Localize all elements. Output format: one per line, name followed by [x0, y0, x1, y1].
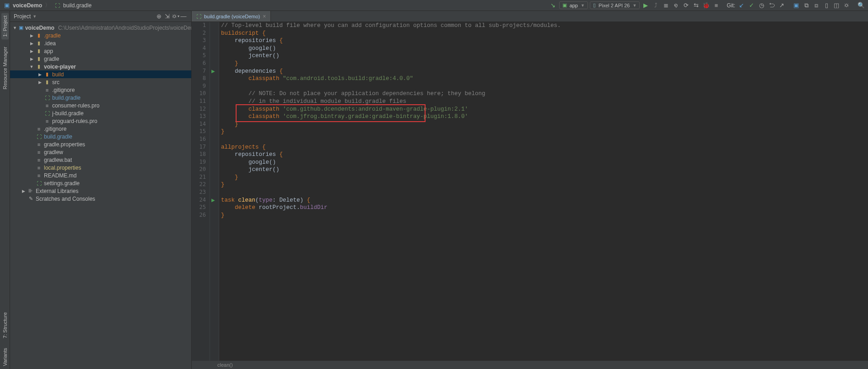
tool-tab-project[interactable]: 1: Project [1, 13, 9, 39]
tree-item[interactable]: ▶≡consumer-rules.pro [10, 102, 191, 109]
tool-tab-resource-manager[interactable]: Resource Manager [1, 44, 9, 92]
tool-tab-structure[interactable]: 7: Structure [1, 310, 9, 341]
tree-item[interactable]: ▶≡.gitignore [10, 86, 191, 94]
project-tree[interactable]: ▼ ▣ voiceDemo C:\Users\Administrator\And… [10, 22, 191, 369]
layout-inspector-icon[interactable]: ⧈ [812, 1, 820, 10]
breadcrumb-project[interactable]: voiceDemo [13, 2, 42, 9]
tree-item[interactable]: ▶▮app [10, 47, 191, 55]
sync-icon[interactable]: ↘ [549, 1, 557, 10]
git-history-icon[interactable]: ◷ [757, 1, 766, 10]
tree-item[interactable]: ▶⊪External Libraries [10, 187, 191, 195]
code-line[interactable]: } [221, 128, 868, 136]
code-line[interactable]: jcenter() [221, 166, 868, 174]
resource-manager-icon[interactable]: ◫ [832, 1, 841, 10]
code-line[interactable]: repositories { [221, 37, 868, 45]
code-line[interactable] [221, 136, 868, 144]
gear-icon[interactable]: ⛭▾ [171, 12, 179, 21]
code-line[interactable]: } [221, 212, 868, 219]
git-update-icon[interactable]: ↙ [737, 1, 745, 10]
run-config-app[interactable]: ▣ app ▼ [559, 1, 588, 9]
tree-item[interactable]: ▶⛶build.gradle [10, 133, 191, 140]
chevron-down-icon[interactable]: ▼ [29, 64, 34, 69]
code-line[interactable] [221, 83, 868, 91]
code-line[interactable]: repositories { [221, 151, 868, 159]
tree-item[interactable]: ▶≡gradle.properties [10, 140, 191, 148]
tree-item[interactable]: ▶▮gradle [10, 55, 191, 63]
coverage-icon[interactable]: ≣ [662, 1, 670, 10]
tree-item[interactable]: ▶≡local.properties [10, 164, 191, 171]
git-commit-icon[interactable]: ✓ [747, 1, 755, 10]
tree-item[interactable]: ▶▮build [10, 70, 191, 78]
collapse-icon[interactable]: ⇲ [163, 12, 171, 21]
code-line[interactable]: google() [221, 45, 868, 53]
code-area[interactable]: // Top-level build file where you can ad… [219, 22, 868, 361]
apply-code-icon[interactable]: ⇆ [692, 1, 700, 10]
breadcrumb-file[interactable]: build.gradle [63, 2, 92, 9]
run-gutter-icon[interactable]: ▶ [211, 198, 215, 203]
tree-item[interactable]: ▼▮voice-player [10, 63, 191, 70]
project-view-selector[interactable]: Project [14, 13, 31, 20]
editor-body[interactable]: 1234567891011121314151617181920212223242… [192, 22, 868, 361]
code-line[interactable]: buildscript { [221, 30, 868, 37]
code-line[interactable]: allprojects { [221, 144, 868, 151]
chevron-right-icon[interactable]: ▶ [29, 57, 34, 61]
tree-item[interactable]: ▶≡.gitignore [10, 125, 191, 133]
tree-item[interactable]: ▶≡gradlew [10, 148, 191, 156]
tree-item[interactable]: ▶▮src [10, 78, 191, 86]
sdk-icon[interactable]: ⧉ [802, 1, 810, 10]
git-rollback-icon[interactable]: ⮌ [767, 1, 776, 10]
code-line[interactable]: jcenter() [221, 52, 868, 60]
code-line[interactable]: } [221, 121, 868, 128]
tree-item[interactable]: ▶≡gradlew.bat [10, 156, 191, 164]
tool-tab-build-variants[interactable]: Variants [1, 345, 9, 369]
tree-item[interactable]: ▶⛶j-build.gradle [10, 109, 191, 117]
code-line[interactable]: } [221, 181, 868, 189]
settings-icon[interactable]: ⛭ [842, 1, 851, 10]
chevron-right-icon[interactable]: ▶ [38, 72, 42, 77]
code-line[interactable]: task clean(type: Delete) { [221, 197, 868, 204]
code-line[interactable]: delete rootProject.buildDir [221, 204, 868, 212]
avd-icon[interactable]: ▣ [792, 1, 800, 10]
tree-item[interactable]: ▶▮.idea [10, 39, 191, 47]
code-line[interactable]: } [221, 60, 868, 68]
search-icon[interactable]: 🔍 [857, 1, 865, 10]
run-icon[interactable]: ▶ [642, 1, 650, 10]
chevron-right-icon[interactable]: ▶ [38, 80, 42, 85]
git-push-icon[interactable]: ↗ [777, 1, 786, 10]
device-manager-icon[interactable]: ▯ [822, 1, 830, 10]
code-line[interactable]: classpath 'com.github.dcendents:android-… [221, 106, 868, 113]
debug-icon[interactable]: ⤴ [652, 1, 660, 10]
tree-item[interactable]: ▶≡README.md [10, 171, 191, 179]
breadcrumb-item[interactable]: clean() [217, 362, 233, 368]
hide-icon[interactable]: — [179, 12, 188, 21]
stop-icon[interactable]: ■ [712, 1, 720, 10]
apply-changes-icon[interactable]: ⟳ [682, 1, 690, 10]
tree-item[interactable]: ▶≡proguard-rules.pro [10, 117, 191, 125]
chevron-right-icon[interactable]: ▶ [29, 33, 34, 38]
run-gutter-icon[interactable]: ▶ [211, 69, 215, 74]
attach-debug-icon[interactable]: 🐞 [702, 1, 710, 10]
chevron-right-icon[interactable]: ▶ [29, 41, 34, 46]
profiler-icon[interactable]: ໑ [672, 1, 680, 10]
code-line[interactable]: classpath 'com.jfrog.bintray.gradle:grad… [221, 113, 868, 121]
tree-item[interactable]: ▶⛶build.gradle [10, 94, 191, 102]
code-line[interactable]: // in the individual module build.gradle… [221, 98, 868, 106]
chevron-right-icon[interactable]: ▶ [29, 49, 34, 53]
code-line[interactable] [221, 189, 868, 197]
code-line[interactable]: // Top-level build file where you can ad… [221, 22, 868, 30]
run-config-device[interactable]: ▯ Pixel 2 API 26 ▼ [590, 1, 640, 9]
close-icon[interactable]: × [263, 13, 266, 20]
chevron-down-icon[interactable]: ▼ [32, 14, 37, 19]
tree-item[interactable]: ▶✎Scratches and Consoles [10, 195, 191, 203]
code-line[interactable]: } [221, 174, 868, 182]
locate-icon[interactable]: ⊕ [155, 12, 163, 21]
chevron-right-icon[interactable]: ▶ [21, 189, 26, 193]
code-line[interactable]: google() [221, 159, 868, 166]
tree-item[interactable]: ▶⛶settings.gradle [10, 179, 191, 187]
code-line[interactable]: classpath "com.android.tools.build:gradl… [221, 75, 868, 83]
tree-root[interactable]: ▼ ▣ voiceDemo C:\Users\Administrator\And… [10, 24, 191, 32]
editor-tab[interactable]: ⛶ build.gradle (voiceDemo) × [192, 11, 271, 21]
code-line[interactable]: // NOTE: Do not place your application d… [221, 90, 868, 98]
tree-item[interactable]: ▶▮.gradle [10, 32, 191, 39]
code-line[interactable]: dependencies { [221, 68, 868, 75]
